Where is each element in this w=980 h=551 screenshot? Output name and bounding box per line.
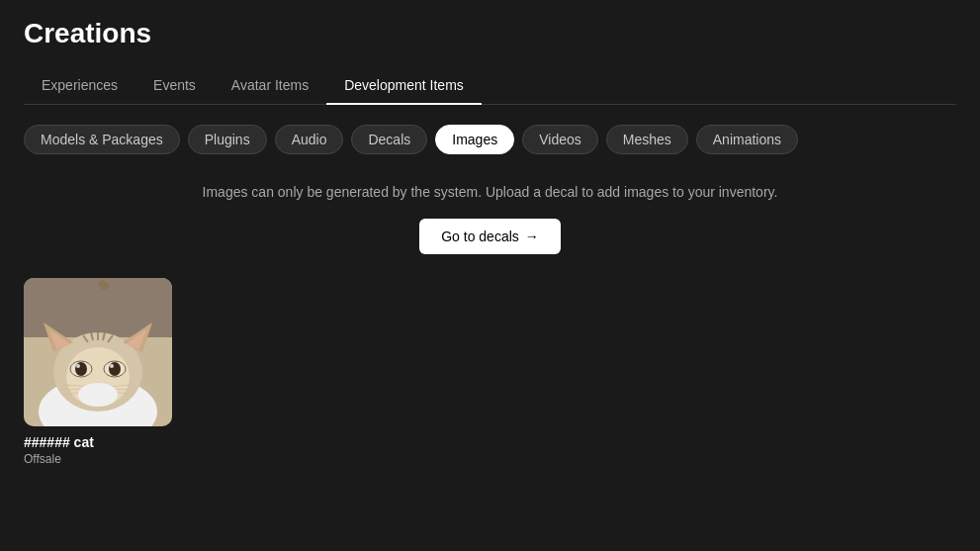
tab-experiences[interactable]: Experiences [24,67,135,105]
cat-image [24,278,172,426]
item-thumbnail [24,278,172,426]
go-to-decals-label: Go to decals [441,229,519,244]
filter-animations[interactable]: Animations [696,125,798,154]
tab-avatar-items[interactable]: Avatar Items [214,67,326,105]
svg-point-17 [109,362,121,376]
list-item[interactable]: ###### cat Offsale [24,278,172,466]
svg-point-16 [75,362,87,376]
go-to-decals-button[interactable]: Go to decals → [419,219,561,254]
item-thumbnail-inner [24,278,172,426]
item-name: ###### cat [24,434,172,450]
arrow-icon: → [525,229,539,244]
items-grid: ###### cat Offsale [24,278,956,466]
item-status: Offsale [24,452,172,466]
page-title: Creations [24,18,956,49]
page-container: Creations Experiences Events Avatar Item… [0,0,980,484]
tab-development-items[interactable]: Development Items [326,67,482,105]
svg-point-18 [76,364,80,368]
info-text: Images can only be generated by the syst… [24,182,956,203]
main-tabs: Experiences Events Avatar Items Developm… [24,67,956,105]
svg-point-19 [110,364,114,368]
filter-videos[interactable]: Videos [522,125,598,154]
filter-plugins[interactable]: Plugins [188,125,267,154]
filter-meshes[interactable]: Meshes [606,125,688,154]
filter-tabs: Models & Packages Plugins Audio Decals I… [24,125,956,154]
svg-point-29 [78,383,118,407]
filter-images[interactable]: Images [435,125,514,154]
filter-decals[interactable]: Decals [351,125,427,154]
filter-models[interactable]: Models & Packages [24,125,180,154]
info-section: Images can only be generated by the syst… [24,182,956,254]
tab-events[interactable]: Events [135,67,214,105]
filter-audio[interactable]: Audio [275,125,344,154]
